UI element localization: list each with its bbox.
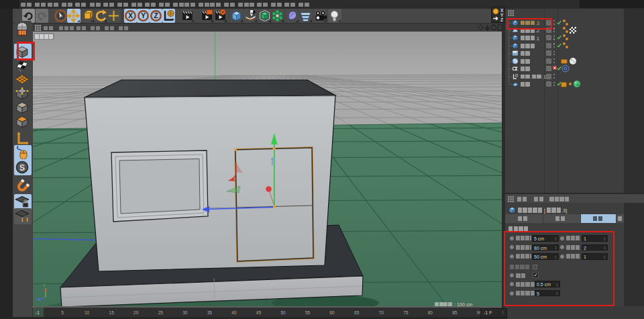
svg-text:X: X	[128, 12, 133, 19]
svg-text:Z: Z	[500, 17, 503, 22]
svg-text:Y: Y	[141, 12, 146, 19]
svg-text:Y: Y	[500, 13, 504, 17]
svg-text:S: S	[19, 163, 25, 173]
svg-text:Y: Y	[43, 283, 46, 287]
svg-text:X: X	[500, 8, 504, 13]
svg-text:Z: Z	[154, 12, 158, 19]
